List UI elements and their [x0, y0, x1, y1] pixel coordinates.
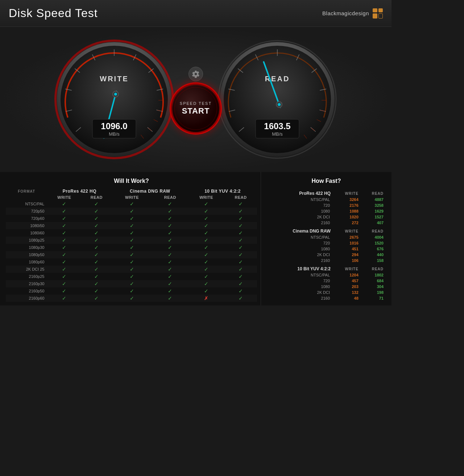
check-cell: ✓	[112, 295, 152, 302]
checkmark-icon: ✓	[62, 259, 66, 265]
check-cell: ✓	[152, 229, 188, 237]
check-cell: ✓	[112, 251, 152, 258]
hf-format-cell: 1080	[267, 284, 333, 290]
how-fast-table: ProRes 422 HQ WRITE READ NTSC/PAL 3264 4…	[267, 188, 386, 301]
hf-format-cell: 2160	[267, 258, 333, 263]
yuv-write-header: WRITE	[188, 194, 224, 200]
check-cell: ✓	[152, 287, 188, 295]
hf-read-cell: 4887	[361, 197, 386, 202]
brand-icon	[373, 8, 383, 19]
hf-write-cell: 272	[333, 220, 361, 226]
write-gauge-svg: WRITE 1096.0 MB/s	[53, 38, 176, 161]
check-cell: ✓	[81, 244, 112, 251]
hf-format-cell: 1080	[267, 208, 333, 214]
check-cell: ✓	[224, 295, 257, 302]
write-col-header: WRITE	[333, 226, 361, 234]
checkmark-icon: ✓	[130, 237, 134, 243]
table-row: 2160p25✓✓✓✓✓✓	[6, 273, 257, 280]
codec-header-row: FORMAT ProRes 422 HQ Cinema DNG RAW 10 B…	[6, 188, 257, 194]
check-cell: ✓	[224, 208, 257, 215]
table-row: 1080i60✓✓✓✓✓✓	[6, 229, 257, 237]
hf-read-cell: 198	[361, 290, 386, 295]
checkmark-icon: ✓	[62, 237, 66, 243]
format-cell: 2160p25	[6, 273, 47, 280]
checkmark-icon: ✓	[204, 288, 208, 294]
cross-icon: ✗	[204, 295, 208, 301]
check-cell: ✓	[47, 258, 81, 266]
list-item: 720 457 684	[267, 278, 386, 284]
hf-read-cell: 158	[361, 258, 386, 263]
bmd-sq-2	[378, 8, 383, 13]
checkmark-icon: ✓	[94, 266, 99, 272]
codec-row: Cinema DNG RAW WRITE READ	[267, 226, 386, 234]
checkmark-icon: ✓	[204, 201, 208, 207]
write-col-header: WRITE	[333, 263, 361, 272]
list-item: 1080 451 676	[267, 246, 386, 252]
check-cell: ✓	[152, 258, 188, 266]
check-cell: ✓	[81, 287, 112, 295]
hf-read-cell: 1802	[361, 272, 386, 278]
read-col-header: READ	[361, 226, 386, 234]
table-row: NTSC/PAL✓✓✓✓✓✓	[6, 200, 257, 208]
checkmark-icon: ✓	[94, 274, 99, 279]
format-cell: 1080p50	[6, 251, 47, 258]
hf-tbody: ProRes 422 HQ WRITE READ NTSC/PAL 3264 4…	[267, 188, 386, 301]
hf-format-cell: 720	[267, 278, 333, 284]
check-cell: ✓	[47, 273, 81, 280]
checkmark-icon: ✓	[168, 266, 172, 272]
checkmark-icon: ✓	[239, 245, 243, 250]
checkmark-icon: ✓	[62, 216, 66, 221]
checkmark-icon: ✓	[168, 201, 172, 207]
check-cell: ✓	[81, 237, 112, 244]
check-cell: ✓	[188, 287, 224, 295]
hf-write-cell: 132	[333, 290, 361, 295]
check-cell: ✓	[188, 244, 224, 251]
check-cell: ✓	[188, 222, 224, 229]
check-cell: ✓	[81, 266, 112, 273]
check-cell: ✓	[152, 273, 188, 280]
hf-write-cell: 294	[333, 252, 361, 258]
checkmark-icon: ✓	[130, 288, 134, 294]
checkmark-icon: ✓	[130, 252, 134, 258]
check-cell: ✓	[224, 215, 257, 222]
check-cell: ✓	[81, 215, 112, 222]
codec-label: Cinema DNG RAW	[267, 226, 333, 234]
read-col-header: READ	[361, 263, 386, 272]
check-cell: ✓	[47, 215, 81, 222]
hf-format-cell: 2160	[267, 295, 333, 301]
check-cell: ✓	[152, 266, 188, 273]
checkmark-icon: ✓	[130, 216, 134, 221]
check-cell: ✓	[112, 273, 152, 280]
speed-test-button[interactable]: SPEED TEST START	[172, 85, 219, 132]
bmd-sq-4	[378, 13, 383, 19]
checkmark-icon: ✓	[239, 295, 243, 301]
check-cell: ✓	[112, 215, 152, 222]
checkmark-icon: ✓	[168, 230, 172, 236]
sub-header-row: WRITE READ WRITE READ WRITE READ	[6, 194, 257, 200]
hf-write-cell: 1020	[333, 214, 361, 220]
format-cell: 2160p30	[6, 280, 47, 287]
hf-write-cell: 203	[333, 284, 361, 290]
checkmark-icon: ✓	[130, 266, 134, 272]
checkmark-icon: ✓	[168, 245, 172, 250]
gauges-area: WRITE 1096.0 MB/s SPEED TEST START	[0, 27, 392, 172]
checkmark-icon: ✓	[62, 281, 66, 287]
check-cell: ✓	[112, 237, 152, 244]
checkmark-icon: ✓	[239, 216, 243, 221]
checkmark-icon: ✓	[94, 252, 99, 258]
check-cell: ✗	[188, 295, 224, 302]
checkmark-icon: ✓	[204, 266, 208, 272]
list-item: 2160 272 407	[267, 220, 386, 226]
format-cell: 1080p30	[6, 244, 47, 251]
hf-read-cell: 3258	[361, 202, 386, 208]
table-row: 2160p30✓✓✓✓✓✓	[6, 280, 257, 287]
settings-icon-wrap[interactable]	[188, 67, 203, 81]
codec-row: 10 Bit YUV 4:2:2 WRITE READ	[267, 263, 386, 272]
format-cell: 1080i50	[6, 222, 47, 229]
check-cell: ✓	[47, 266, 81, 273]
check-cell: ✓	[224, 258, 257, 266]
format-cell: 2160p50	[6, 287, 47, 295]
checkmark-icon: ✓	[130, 208, 134, 214]
bottom-section: Will It Work? FORMAT ProRes 422 HQ Cinem…	[0, 172, 392, 305]
checkmark-icon: ✓	[94, 259, 99, 265]
